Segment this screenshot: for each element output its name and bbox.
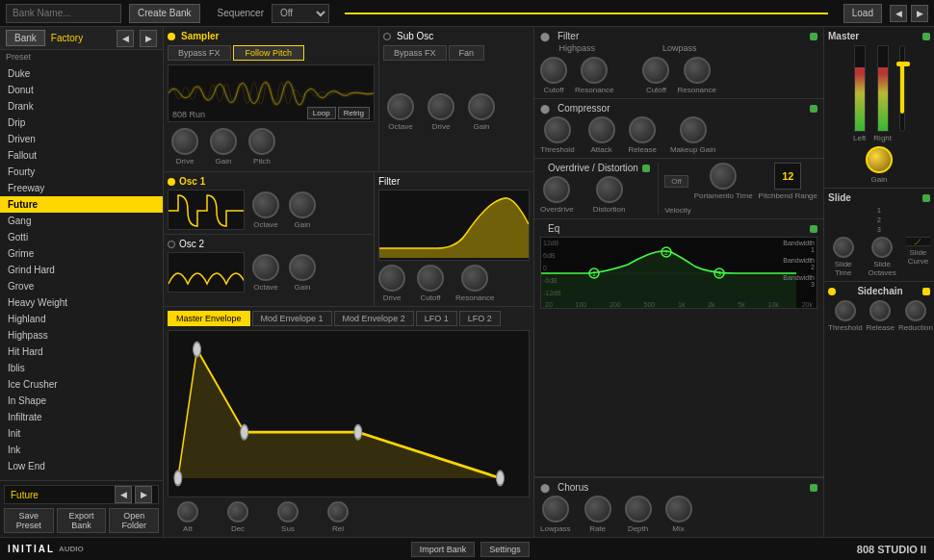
list-item[interactable]: Init	[0, 425, 163, 442]
filter-indicator	[810, 33, 817, 40]
list-item[interactable]: Grove	[0, 278, 163, 294]
list-item[interactable]: Ink	[0, 442, 163, 458]
osc1-octave-knob[interactable]	[252, 191, 279, 218]
nav-next-button[interactable]: ▶	[911, 5, 928, 22]
list-item[interactable]: Heavy Weight	[0, 294, 163, 311]
list-item[interactable]: Donut	[0, 82, 163, 98]
sidechain-threshold-knob[interactable]	[835, 300, 856, 321]
slide-octaves-knob[interactable]	[871, 237, 893, 258]
sub-bypass-button[interactable]: Bypass FX	[383, 45, 447, 61]
open-folder-button[interactable]: Open Folder	[109, 508, 159, 533]
filter-drive-knob[interactable]	[378, 265, 405, 292]
sub-octave-knob[interactable]	[387, 93, 414, 120]
pitchbend-display: 12	[774, 163, 801, 190]
hp-resonance-knob[interactable]	[581, 57, 608, 84]
nav-arrows: ◀ ▶	[890, 5, 928, 22]
sampler-bypass-button[interactable]: Bypass FX	[168, 45, 231, 61]
sidechain-release-knob[interactable]	[869, 300, 891, 321]
follow-pitch-button[interactable]: Follow Pitch	[233, 45, 305, 61]
release-knob[interactable]	[327, 501, 349, 522]
retrig-button[interactable]: Retrig	[338, 107, 370, 119]
list-item[interactable]: Low End	[0, 458, 163, 474]
lp-cutoff-knob[interactable]	[642, 57, 669, 84]
comp-release-knob[interactable]	[629, 116, 656, 143]
sequencer-line	[345, 13, 828, 14]
osc2-octave-knob[interactable]	[252, 254, 279, 281]
list-item[interactable]: In Shape	[0, 393, 163, 409]
master-gain-knob[interactable]	[866, 146, 893, 173]
sequencer-select[interactable]: Off	[272, 4, 329, 23]
env-tab-0[interactable]: Master Envelope	[168, 311, 250, 326]
master-gain-thumb[interactable]	[896, 62, 910, 66]
env-tab-2[interactable]: Mod Envelope 2	[334, 311, 414, 326]
hp-cutoff-knob[interactable]	[540, 57, 567, 84]
list-item[interactable]: Hit Hard	[0, 344, 163, 360]
sub-gain-knob[interactable]	[468, 93, 495, 120]
bank-next[interactable]: ▶	[140, 30, 157, 47]
osc2-gain-knob[interactable]	[289, 254, 316, 281]
list-item[interactable]: Iblis	[0, 360, 163, 376]
chorus-mix-knob[interactable]	[665, 496, 692, 522]
bank-prev[interactable]: ◀	[117, 30, 134, 47]
load-button[interactable]: Load	[843, 4, 882, 23]
loop-button[interactable]: Loop	[307, 107, 336, 119]
envelope-knobs: Att Dec Sus Rel	[168, 501, 530, 533]
settings-button[interactable]: Settings	[480, 542, 530, 557]
bank-name-input[interactable]	[6, 4, 121, 23]
attack-knob[interactable]	[177, 501, 198, 522]
audio-sub: AUDIO	[59, 545, 84, 553]
nav-prev-button[interactable]: ◀	[890, 5, 907, 22]
list-item[interactable]: Duke	[0, 65, 163, 82]
list-item[interactable]: Highland	[0, 311, 163, 327]
list-item[interactable]: Fallout	[0, 147, 163, 164]
comp-attack-knob[interactable]	[588, 116, 615, 143]
distortion-knob[interactable]	[596, 176, 623, 203]
portamento-knob[interactable]	[710, 163, 737, 190]
sustain-knob[interactable]	[277, 501, 298, 522]
list-item[interactable]: Freeway	[0, 180, 163, 196]
overdrive-knob[interactable]	[543, 176, 570, 203]
slide-time-knob[interactable]	[833, 237, 854, 258]
osc1-gain-knob[interactable]	[289, 191, 316, 218]
list-item[interactable]: Future	[0, 196, 163, 213]
list-item[interactable]: Infiltrate	[0, 409, 163, 425]
filter-cutoff-knob[interactable]	[417, 265, 444, 292]
sub-drive-knob[interactable]	[428, 93, 454, 120]
preset-list: DukeDonutDrankDripDrivenFalloutFourtyFre…	[0, 64, 163, 480]
preset-prev[interactable]: ◀	[115, 486, 132, 503]
filter-resonance-knob[interactable]	[461, 265, 488, 292]
lp-resonance-knob[interactable]	[684, 57, 711, 84]
sub-fan-button[interactable]: Fan	[449, 45, 485, 61]
velocity-off-button[interactable]: Off	[664, 175, 688, 188]
chorus-lowpass-knob[interactable]	[542, 496, 569, 522]
env-tab-3[interactable]: LFO 1	[416, 311, 457, 326]
sampler-drive-knob[interactable]	[171, 128, 198, 155]
comp-makeup-knob[interactable]	[680, 116, 707, 143]
list-item[interactable]: Drank	[0, 98, 163, 115]
sampler-pitch-knob[interactable]	[248, 128, 275, 155]
import-bank-button[interactable]: Import Bank	[411, 542, 476, 557]
bank-tab[interactable]: Bank	[6, 30, 45, 46]
comp-threshold-knob[interactable]	[544, 116, 571, 143]
list-item[interactable]: Grime	[0, 245, 163, 262]
create-bank-button[interactable]: Create Bank	[129, 4, 200, 23]
list-item[interactable]: Gotti	[0, 229, 163, 245]
list-item[interactable]: Driven	[0, 131, 163, 147]
list-item[interactable]: Drip	[0, 115, 163, 131]
chorus-rate-knob[interactable]	[584, 496, 611, 522]
preset-next[interactable]: ▶	[135, 486, 152, 503]
list-item[interactable]: Fourty	[0, 164, 163, 180]
sampler-gain-knob[interactable]	[210, 128, 237, 155]
env-tab-1[interactable]: Mod Envelope 1	[252, 311, 332, 326]
chorus-depth-knob[interactable]	[625, 496, 652, 522]
export-bank-button[interactable]: Export Bank	[57, 508, 107, 533]
list-item[interactable]: Gang	[0, 213, 163, 229]
sidechain-reduction-knob[interactable]	[905, 300, 926, 321]
save-preset-button[interactable]: Save Preset	[4, 508, 54, 533]
highpass-group: Highpass Cutoff Resonance	[540, 43, 613, 94]
decay-knob[interactable]	[227, 501, 248, 522]
list-item[interactable]: Grind Hard	[0, 262, 163, 278]
env-tab-4[interactable]: LFO 2	[459, 311, 501, 326]
list-item[interactable]: Ice Crusher	[0, 376, 163, 393]
list-item[interactable]: Highpass	[0, 327, 163, 344]
